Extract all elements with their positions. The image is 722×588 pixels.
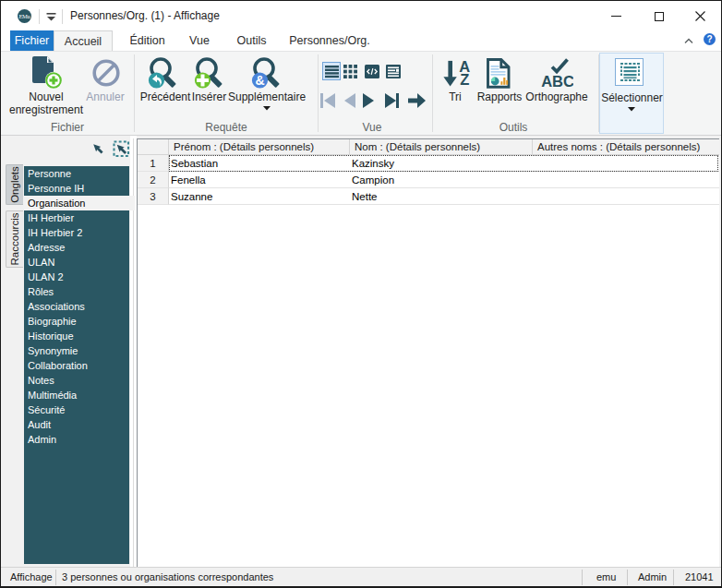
- svg-text:&: &: [255, 73, 264, 88]
- svg-text:ABC: ABC: [541, 73, 573, 90]
- svg-text:Z: Z: [460, 71, 469, 88]
